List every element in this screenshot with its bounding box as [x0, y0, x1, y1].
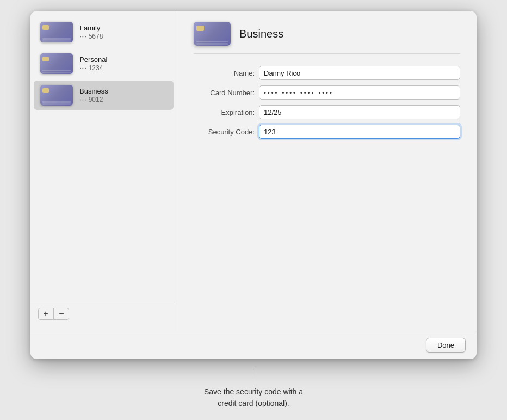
card-header-name: Business — [239, 28, 283, 40]
callout-text: Save the security code with a credit car… — [204, 386, 303, 409]
form-row-card-number: Card Number: — [194, 85, 460, 100]
form-row-expiration: Expiration: — [194, 105, 460, 119]
done-button[interactable]: Done — [426, 338, 466, 353]
dialog-body: Family ···· 5678 Personal ···· 1234 Busi… — [30, 11, 477, 331]
card-number-input[interactable] — [259, 85, 460, 100]
callout-text-line1: Save the security code with a — [204, 387, 303, 396]
form-row-name: Name: — [194, 66, 460, 80]
sidebar-item-personal[interactable]: Personal ···· 1234 — [34, 49, 174, 78]
sidebar-footer: + − — [30, 302, 177, 325]
card-info-family: Family ···· 5678 — [79, 24, 103, 40]
card-header: Business — [194, 22, 460, 54]
card-thumbnail-personal — [40, 53, 73, 74]
card-info-personal: Personal ···· 1234 — [79, 55, 107, 72]
remove-card-button[interactable]: − — [54, 308, 69, 320]
card-name-business: Business — [79, 87, 108, 95]
add-card-button[interactable]: + — [38, 308, 53, 320]
callout: Save the security code with a credit car… — [204, 369, 303, 409]
sidebar-item-family[interactable]: Family ···· 5678 — [34, 17, 174, 47]
card-thumbnail-business — [40, 85, 73, 106]
callout-line — [253, 369, 253, 384]
dialog-wrapper: Family ···· 5678 Personal ···· 1234 Busi… — [30, 11, 477, 409]
sidebar-item-business[interactable]: Business ···· 9012 — [34, 81, 174, 110]
card-masked-personal: ···· 1234 — [79, 64, 107, 72]
card-masked-business: ···· 9012 — [79, 96, 108, 103]
expiration-label: Expiration: — [194, 108, 259, 116]
card-number-label: Card Number: — [194, 89, 259, 97]
callout-text-line2: credit card (optional). — [218, 399, 289, 407]
form-row-security-code: Security Code: — [194, 125, 460, 139]
card-info-business: Business ···· 9012 — [79, 87, 108, 103]
card-thumbnail-family — [40, 22, 73, 42]
sidebar: Family ···· 5678 Personal ···· 1234 Busi… — [30, 11, 177, 331]
main-panel: Business Name: Card Number: Expiration: — [177, 11, 477, 331]
dialog: Family ···· 5678 Personal ···· 1234 Busi… — [30, 11, 477, 359]
card-header-thumbnail — [194, 22, 231, 46]
name-input[interactable] — [259, 66, 460, 80]
card-masked-family: ···· 5678 — [79, 33, 103, 40]
expiration-input[interactable] — [259, 105, 460, 119]
card-name-personal: Personal — [79, 55, 107, 64]
name-label: Name: — [194, 69, 259, 77]
dialog-footer: Done — [30, 331, 477, 359]
security-code-input[interactable] — [259, 125, 460, 139]
card-name-family: Family — [79, 24, 103, 32]
form-rows: Name: Card Number: Expiration: Security … — [194, 66, 460, 139]
security-code-label: Security Code: — [194, 128, 259, 136]
